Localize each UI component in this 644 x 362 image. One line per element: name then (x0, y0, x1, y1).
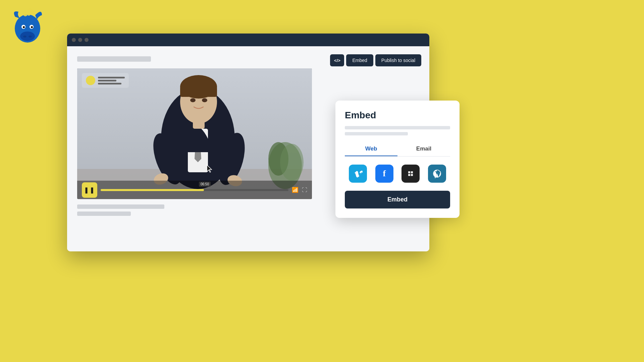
svg-point-20 (202, 98, 207, 102)
embed-button[interactable]: Embed (346, 54, 373, 66)
video-info-bar-2 (77, 212, 131, 216)
embed-panel-placeholder-bar-2 (345, 132, 408, 135)
code-button[interactable]: </> (330, 54, 344, 66)
tab-email[interactable]: Email (397, 142, 450, 156)
svg-point-5 (31, 26, 33, 28)
embed-tabs: Web Email (345, 142, 450, 157)
toolbar-placeholder-bar (77, 56, 151, 62)
pause-icon: ❚❚ (84, 186, 95, 194)
embed-platform-icons: f (345, 165, 450, 183)
vimeo-icon[interactable] (349, 165, 367, 183)
traffic-dot-yellow (78, 38, 82, 42)
video-line-1 (98, 77, 125, 78)
embed-panel-title: Embed (345, 110, 450, 121)
progress-filled: 06:50 (101, 189, 204, 191)
video-player: ❚❚ 06:50 📶 ⛶ (77, 68, 312, 199)
publish-button[interactable]: Publish to social (375, 54, 421, 66)
squarespace-icon[interactable] (401, 165, 420, 183)
video-overlay-bar (82, 73, 129, 88)
time-badge: 06:50 (199, 182, 211, 187)
svg-point-7 (29, 36, 32, 38)
embed-panel-placeholder-bar-1 (345, 126, 450, 129)
video-info-bar-1 (77, 204, 164, 209)
facebook-icon[interactable]: f (375, 165, 393, 183)
code-icon: </> (334, 58, 340, 63)
wordpress-icon[interactable] (428, 165, 446, 183)
progress-bar[interactable]: 06:50 (101, 189, 288, 191)
video-line-2 (98, 80, 116, 81)
bull-logo (10, 7, 50, 54)
fullscreen-icon[interactable]: ⛶ (302, 187, 307, 193)
svg-point-1 (20, 32, 35, 41)
pause-button[interactable]: ❚❚ (82, 182, 97, 198)
svg-rect-18 (180, 87, 217, 97)
traffic-dot-red (72, 38, 76, 42)
svg-point-12 (280, 144, 304, 181)
video-logo-circle (86, 76, 95, 85)
video-text-lines (98, 77, 125, 84)
video-line-3 (98, 83, 121, 84)
toolbar-buttons: </> Embed Publish to social (330, 54, 421, 66)
embed-panel-button[interactable]: Embed (345, 191, 450, 208)
svg-point-4 (23, 26, 25, 28)
video-controls-bar: ❚❚ 06:50 📶 ⛶ (77, 181, 312, 199)
volume-icon[interactable]: 📶 (292, 187, 299, 193)
traffic-dot-green (85, 38, 89, 42)
svg-point-6 (23, 36, 26, 38)
tab-web[interactable]: Web (345, 142, 397, 156)
video-thumbnail (77, 68, 312, 199)
embed-panel: Embed Web Email f Embed (335, 101, 460, 218)
svg-point-19 (190, 98, 196, 102)
browser-titlebar (67, 34, 429, 46)
